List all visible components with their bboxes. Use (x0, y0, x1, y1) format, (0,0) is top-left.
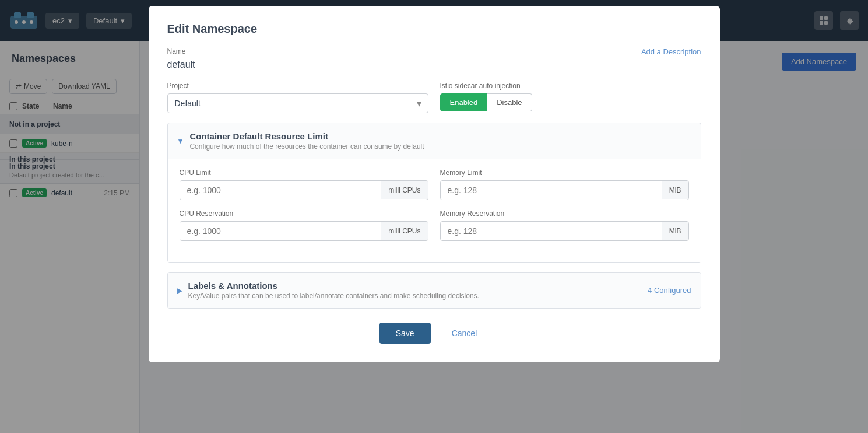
cpu-reservation-input[interactable] (180, 222, 381, 240)
cancel-button[interactable]: Cancel (440, 323, 489, 344)
memory-reservation-input-wrapper: MiB (440, 221, 689, 241)
labels-header-content: Labels & Annotations Key/Value pairs tha… (188, 281, 691, 300)
container-section-title-group: Container Default Resource Limit Configu… (189, 131, 424, 151)
project-select[interactable]: Default (167, 93, 428, 113)
istio-enabled-button[interactable]: Enabled (440, 93, 488, 111)
name-label: Name (167, 47, 186, 55)
project-istio-row: Project Default ▾ Istio sidecar auto inj… (167, 82, 701, 113)
container-resource-section: ▼ Container Default Resource Limit Confi… (167, 123, 701, 263)
limit-row: CPU Limit milli CPUs Memory Limit MiB (180, 169, 689, 200)
memory-limit-group: Memory Limit MiB (440, 169, 689, 200)
add-description-link[interactable]: Add a Description (641, 47, 701, 56)
memory-reservation-group: Memory Reservation MiB (440, 209, 689, 241)
modal-title: Edit Namespace (167, 22, 701, 36)
cpu-reservation-label: CPU Reservation (180, 209, 428, 218)
container-resource-header[interactable]: ▼ Container Default Resource Limit Confi… (168, 123, 701, 159)
modal-actions: Save Cancel (167, 323, 701, 344)
istio-group: Istio sidecar auto injection Enabled Dis… (440, 82, 701, 111)
cpu-limit-input-wrapper: milli CPUs (180, 180, 428, 200)
modal-overlay: Edit Namespace Name Add a Description de… (0, 0, 868, 433)
istio-toggle: Enabled Disable (440, 93, 701, 111)
cpu-limit-label: CPU Limit (180, 169, 428, 177)
edit-namespace-modal: Edit Namespace Name Add a Description de… (149, 6, 720, 362)
memory-limit-unit: MiB (662, 181, 688, 199)
cpu-reservation-unit: milli CPUs (381, 222, 427, 240)
memory-reservation-unit: MiB (662, 222, 688, 240)
memory-reservation-label: Memory Reservation (440, 209, 689, 218)
labels-annotations-header[interactable]: ▶ Labels & Annotations Key/Value pairs t… (168, 273, 701, 308)
cpu-limit-group: CPU Limit milli CPUs (180, 169, 428, 200)
cpu-reservation-group: CPU Reservation milli CPUs (180, 209, 428, 241)
memory-limit-label: Memory Limit (440, 169, 689, 177)
project-select-wrapper: Default ▾ (167, 93, 428, 113)
configured-count-badge: 4 Configured (648, 286, 691, 295)
istio-disable-button[interactable]: Disable (487, 93, 532, 111)
namespace-name-value: default (167, 60, 701, 70)
expand-arrow-icon: ▶ (177, 287, 182, 295)
reservation-row: CPU Reservation milli CPUs Memory Reserv… (180, 209, 689, 241)
container-section-subtitle: Configure how much of the resources the … (189, 142, 424, 151)
expand-arrow-icon: ▼ (177, 137, 184, 145)
labels-annotations-section: ▶ Labels & Annotations Key/Value pairs t… (167, 272, 701, 309)
cpu-limit-input[interactable] (180, 181, 381, 200)
labels-section-subtitle: Key/Value pairs that can be used to labe… (188, 292, 479, 300)
memory-reservation-input[interactable] (441, 222, 662, 240)
labels-section-title: Labels & Annotations (188, 281, 479, 291)
project-label: Project (167, 82, 428, 90)
save-button[interactable]: Save (379, 323, 431, 344)
container-section-title: Container Default Resource Limit (189, 131, 424, 141)
memory-limit-input-wrapper: MiB (440, 180, 689, 200)
labels-title-group: Labels & Annotations Key/Value pairs tha… (188, 281, 479, 300)
container-resource-content: CPU Limit milli CPUs Memory Limit MiB (168, 159, 701, 262)
project-group: Project Default ▾ (167, 82, 428, 113)
name-row: Name Add a Description (167, 47, 701, 56)
memory-limit-input[interactable] (441, 181, 662, 200)
cpu-reservation-input-wrapper: milli CPUs (180, 221, 428, 241)
cpu-limit-unit: milli CPUs (381, 181, 427, 199)
istio-label: Istio sidecar auto injection (440, 82, 701, 90)
